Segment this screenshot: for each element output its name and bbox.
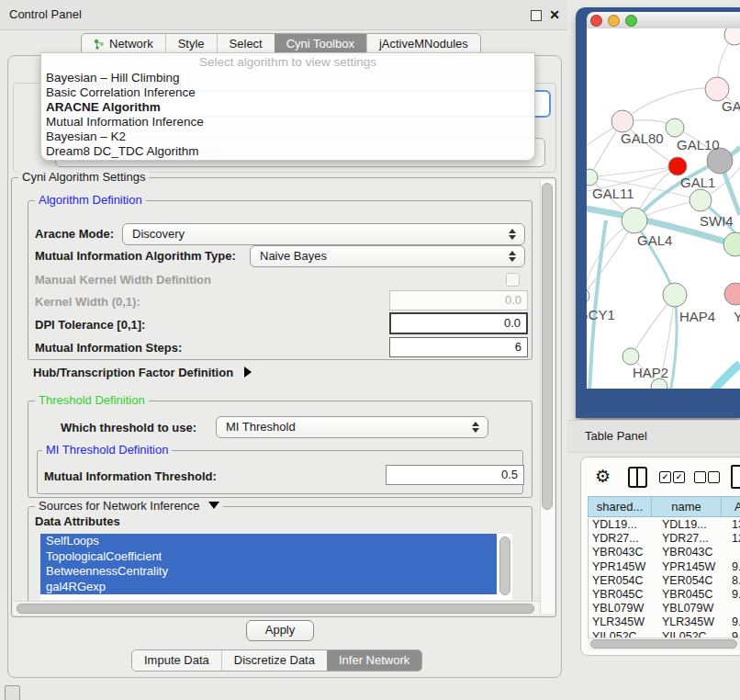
expand-right-icon[interactable] bbox=[244, 367, 252, 378]
collapse-down-icon[interactable] bbox=[208, 502, 219, 509]
mi-algorithm-type-combobox[interactable]: Naive Bayes bbox=[250, 245, 525, 267]
tab-network[interactable]: Network bbox=[82, 34, 165, 54]
kernel-width-label: Kernel Width (0,1): bbox=[35, 295, 140, 309]
control-panel-titlebar: Control Panel ✕ bbox=[0, 0, 567, 30]
aracne-mode-combobox[interactable]: Discovery bbox=[122, 223, 525, 245]
column-header-shared-name[interactable]: shared... bbox=[588, 496, 652, 517]
node-gal80[interactable] bbox=[611, 110, 633, 132]
list-item[interactable]: TopologicalCoefficient bbox=[40, 549, 497, 565]
control-panel-title: Control Panel bbox=[9, 0, 82, 29]
minimized-panel-icon[interactable] bbox=[5, 685, 20, 700]
popup-prompt: Select algorithm to view settings bbox=[41, 53, 534, 71]
network-canvas[interactable]: GAL80 GAL10 GAL1 GAL11 GAL4 SWI4 GCY1 HA… bbox=[587, 28, 740, 389]
node-hap2[interactable] bbox=[622, 348, 639, 365]
dpi-tolerance-field[interactable]: 0.0 bbox=[389, 312, 528, 334]
table-rows: YDL19...YDL19...13 YDR27...YDR27...12 YB… bbox=[588, 518, 740, 638]
combo-arrows-icon bbox=[509, 229, 516, 240]
select-all-check-icon[interactable]: ✓ bbox=[673, 471, 685, 483]
tab-style[interactable]: Style bbox=[165, 34, 217, 54]
network-edges-strong[interactable] bbox=[587, 147, 740, 389]
popup-item-selected[interactable]: ARACNE Algorithm bbox=[41, 100, 534, 115]
table-row[interactable]: YBR043CYBR043C bbox=[589, 546, 740, 559]
gear-icon[interactable]: ⚙ bbox=[595, 468, 611, 485]
mi-steps-label: Mutual Information Steps: bbox=[35, 341, 182, 355]
column-header-name[interactable]: name bbox=[651, 496, 722, 517]
table-row[interactable]: YLR345WYLR345W9. bbox=[589, 615, 740, 629]
node-gal11[interactable] bbox=[587, 169, 598, 186]
manual-kernel-checkbox[interactable] bbox=[506, 273, 520, 287]
table-row[interactable]: YBL079WYBL079W bbox=[589, 602, 740, 615]
table-row[interactable]: YPR145WYPR145W9. bbox=[589, 560, 740, 574]
node-label-gcy1: GCY1 bbox=[587, 307, 615, 322]
network-graph[interactable]: GAL80 GAL10 GAL1 GAL11 GAL4 SWI4 GCY1 HA… bbox=[587, 28, 740, 389]
deselect-all-icon[interactable] bbox=[708, 471, 720, 483]
table-hscrollbar-thumb[interactable] bbox=[590, 639, 737, 649]
screenshot-root: Control Panel ✕ Network Style Select Cyn… bbox=[0, 0, 740, 700]
data-attributes-list[interactable]: SelfLoops TopologicalCoefficient Between… bbox=[40, 534, 512, 600]
table-row[interactable]: YBR045CYBR045C9. bbox=[589, 588, 740, 602]
float-panel-icon[interactable] bbox=[531, 10, 542, 21]
zoom-window-icon[interactable] bbox=[625, 15, 637, 27]
sources-title-row[interactable]: Sources for Network Inference bbox=[35, 500, 223, 513]
close-panel-icon[interactable]: ✕ bbox=[549, 7, 560, 22]
tab-select[interactable]: Select bbox=[217, 34, 275, 54]
node-y-partial[interactable] bbox=[724, 283, 740, 305]
split-columns-icon[interactable] bbox=[628, 467, 647, 488]
node-swi4[interactable] bbox=[723, 232, 740, 256]
table-row[interactable]: YIL052CYIL052C9. bbox=[589, 630, 740, 638]
node-gal4[interactable] bbox=[622, 208, 647, 233]
column-header-partial[interactable]: A bbox=[721, 496, 740, 517]
close-window-icon[interactable] bbox=[590, 15, 602, 27]
settings-hscrollbar-thumb[interactable] bbox=[17, 604, 534, 614]
list-item[interactable]: BetweennessCentrality bbox=[40, 564, 497, 580]
node-gcy1[interactable] bbox=[587, 288, 589, 304]
mi-threshold-field[interactable]: 0.5 bbox=[386, 465, 524, 485]
combo-arrows-icon bbox=[509, 251, 516, 262]
popup-item[interactable]: Bayesian – Hill Climbing bbox=[41, 71, 534, 85]
popup-item[interactable]: Dream8 DC_TDC Algorithm bbox=[41, 144, 534, 159]
node-label-gal4: GAL4 bbox=[637, 232, 672, 248]
table-row[interactable]: YDL19...YDL19...13 bbox=[589, 518, 740, 532]
tab-cyni-toolbox[interactable]: Cyni Toolbox bbox=[275, 34, 366, 54]
select-all-check-icon[interactable]: ✓ bbox=[659, 471, 671, 483]
table-row[interactable]: YDR27...YDR27...12 bbox=[589, 532, 740, 546]
node-red-selected[interactable] bbox=[668, 157, 687, 175]
deselect-all-icon[interactable] bbox=[694, 471, 706, 483]
node-hap4[interactable] bbox=[663, 283, 687, 307]
tab-infer-network[interactable]: Infer Network bbox=[327, 650, 421, 671]
attributes-scrollbar-thumb[interactable] bbox=[499, 536, 510, 595]
popup-item[interactable]: Bayesian – K2 bbox=[41, 130, 534, 144]
kernel-width-field[interactable]: 0.0 bbox=[389, 290, 528, 310]
apply-button[interactable]: Apply bbox=[246, 620, 314, 641]
network-window-titlebar[interactable] bbox=[587, 12, 740, 28]
list-item[interactable]: SelfLoops bbox=[40, 534, 497, 549]
popup-item[interactable]: Basic Correlation Inference bbox=[41, 85, 534, 100]
node-unlabeled[interactable] bbox=[724, 28, 740, 45]
node-gal10[interactable] bbox=[666, 119, 684, 137]
table-panel-title: Table Panel bbox=[585, 421, 647, 452]
node-label-swi4: SWI4 bbox=[700, 213, 734, 229]
mi-algorithm-type-value: Naive Bayes bbox=[260, 246, 327, 266]
list-item[interactable]: gal4RGexp bbox=[40, 580, 497, 595]
hub-definition-section[interactable]: Hub/Transcription Factor Definition bbox=[33, 366, 252, 379]
tab-jactivemnodules[interactable]: jActiveMNodules bbox=[366, 34, 480, 54]
tab-impute-data[interactable]: Impute Data bbox=[132, 650, 221, 671]
which-threshold-combobox[interactable]: MI Threshold bbox=[216, 416, 488, 438]
algorithm-definition-title: Algorithm Definition bbox=[35, 194, 146, 207]
which-threshold-label: Which threshold to use: bbox=[61, 421, 196, 435]
table-row[interactable]: YER054CYER054C8. bbox=[589, 574, 740, 588]
mi-threshold-group-title: MI Threshold Definition bbox=[42, 444, 172, 457]
popup-item[interactable]: Mutual Information Inference bbox=[41, 115, 534, 130]
node-gal1[interactable] bbox=[690, 189, 712, 211]
network-nodes[interactable] bbox=[587, 28, 740, 389]
manual-kernel-label: Manual Kernel Width Definition bbox=[35, 273, 211, 287]
tab-network-label: Network bbox=[109, 34, 153, 54]
settings-scrollbar-thumb[interactable] bbox=[542, 183, 553, 510]
data-attributes-label: Data Attributes bbox=[35, 514, 120, 528]
mi-steps-field[interactable]: 6 bbox=[389, 337, 528, 357]
minimize-window-icon[interactable] bbox=[608, 15, 620, 27]
sources-title: Sources for Network Inference bbox=[39, 499, 200, 513]
new-table-icon[interactable] bbox=[731, 465, 740, 489]
network-view-window[interactable]: GAL80 GAL10 GAL1 GAL11 GAL4 SWI4 GCY1 HA… bbox=[576, 7, 740, 418]
tab-discretize-data[interactable]: Discretize Data bbox=[221, 650, 327, 671]
